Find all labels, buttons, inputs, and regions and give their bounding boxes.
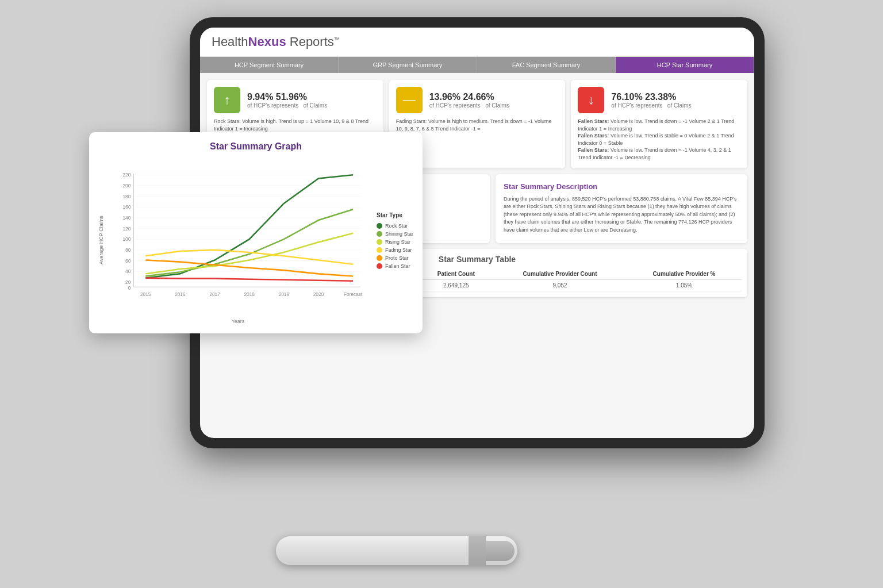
fadingstar-label: of HCP's represents of Claims (429, 102, 559, 109)
legend-label-fallenstar: Fallen Star (385, 263, 410, 269)
fadingstar-numbers: 13.96% 24.66% of HCP's represents of Cla… (429, 92, 559, 109)
svg-text:2017: 2017 (209, 291, 220, 297)
stat-card-fallenstar: ↓ 76.10% 23.38% of HCP's represents of C… (571, 80, 747, 168)
legend-dot-fadingstar (377, 247, 382, 253)
legend-dot-rockstar (377, 223, 382, 229)
fallenstar-desc: Fallen Stars: Volume is low. Trend is do… (578, 118, 740, 162)
svg-text:2018: 2018 (244, 291, 255, 297)
legend-item-fadingstar: Fading Star (377, 247, 413, 253)
fallenstar-pct1: 76.10% 23.38% (611, 92, 676, 102)
svg-text:80: 80 (125, 247, 131, 253)
legend-label-risingstar: Rising Star (385, 239, 410, 245)
tab-hcp-star[interactable]: HCP Star Summary (616, 57, 754, 73)
svg-text:Forecast: Forecast (344, 291, 363, 297)
svg-text:160: 160 (122, 204, 130, 210)
cell-patient-count: 2,649,125 (419, 279, 493, 291)
desc-title: Star Summary Description (504, 182, 739, 191)
svg-text:140: 140 (122, 215, 130, 221)
pen-tip (486, 541, 515, 561)
legend-item-shiningstar: Shining Star (377, 231, 413, 237)
col-patient-count: Patient Count (419, 268, 493, 280)
legend-label-shiningstar: Shining Star (385, 231, 413, 237)
svg-text:20: 20 (125, 279, 131, 285)
legend-item-risingstar: Rising Star (377, 239, 413, 245)
legend-label-protostar: Proto Star (385, 255, 409, 261)
fallenstar-numbers: 76.10% 23.38% of HCP's represents of Cla… (611, 92, 740, 109)
col-cumulative-pct: Cumulative Provider % (627, 268, 742, 280)
fadingstar-pct1: 13.96% 24.66% (429, 92, 494, 102)
graph-card: Star Summary Graph Average HCP Claims 22… (89, 132, 423, 333)
graph-x-label: Years (110, 316, 366, 324)
rockstar-label: of HCP's represents of Claims (247, 102, 377, 109)
legend-dot-fallenstar (377, 263, 382, 269)
graph-legend: Star Type Rock Star Shining Star Rising … (372, 156, 413, 324)
svg-text:120: 120 (122, 226, 130, 232)
pen-grip (469, 536, 486, 565)
rockstar-numbers: 9.94% 51.96% of HCP's represents of Clai… (247, 92, 377, 109)
fadingstar-icon: — (396, 87, 423, 113)
fadingstar-desc: Fading Stars: Volume is high to medium. … (396, 118, 559, 132)
tab-hcp-segment[interactable]: HCP Segment Summary (200, 57, 339, 73)
rockstar-pct1: 9.94% 51.96% (247, 92, 307, 102)
svg-text:180: 180 (122, 194, 130, 199)
svg-text:2016: 2016 (175, 291, 186, 297)
col-cumulative-provider: Cumulative Provider Count (493, 268, 627, 280)
graph-y-label: Average HCP Claims (98, 156, 104, 324)
legend-label-fadingstar: Fading Star (385, 247, 412, 253)
svg-text:100: 100 (122, 236, 130, 242)
legend-dot-protostar (377, 255, 382, 261)
app-header: HealthNexus Reports™ (200, 28, 754, 57)
legend-dot-shiningstar (377, 231, 382, 237)
rockstar-icon: ↑ (214, 87, 240, 113)
legend-item-fallenstar: Fallen Star (377, 263, 413, 269)
cell-cumulative-provider: 9,052 (493, 279, 627, 291)
desc-text: During the period of analysis, 859,520 H… (504, 195, 739, 235)
description-card: Star Summary Description During the peri… (496, 174, 747, 243)
legend-item-protostar: Proto Star (377, 255, 413, 261)
graph-area: Average HCP Claims 220 200 180 (98, 156, 413, 324)
brand-tm: ™ (334, 36, 340, 43)
chart-svg: 220 200 180 160 140 120 100 (110, 156, 366, 316)
fallenstar-label: of HCP's represents of Claims (611, 102, 740, 109)
cell-cumulative-pct: 1.05% (627, 279, 742, 291)
scene: HealthNexus Reports™ HCP Segment Summary… (0, 0, 883, 588)
legend-item-rockstar: Rock Star (377, 223, 413, 229)
graph-content: 220 200 180 160 140 120 100 (110, 156, 366, 324)
tab-fac-segment[interactable]: FAC Segment Summary (477, 57, 616, 73)
tab-grp-segment[interactable]: GRP Segment Summary (339, 57, 477, 73)
stylus-pen (276, 536, 517, 565)
graph-title: Star Summary Graph (98, 141, 413, 152)
svg-text:2019: 2019 (279, 291, 290, 297)
legend-dot-risingstar (377, 239, 382, 245)
fallenstar-icon: ↓ (578, 87, 604, 113)
svg-text:40: 40 (125, 268, 131, 274)
brand-nexus: Nexus (248, 34, 286, 49)
brand-reports: Reports (286, 34, 334, 49)
rockstar-desc: Rock Stars: Volume is high. Trend is up … (214, 118, 377, 132)
legend-label-rockstar: Rock Star (385, 223, 408, 229)
graph-svg: 220 200 180 160 140 120 100 (110, 156, 366, 316)
svg-text:2015: 2015 (140, 291, 151, 297)
svg-text:2020: 2020 (313, 291, 324, 297)
legend-title: Star Type (377, 212, 413, 218)
brand-health: Health (212, 34, 248, 49)
nav-tabs: HCP Segment Summary GRP Segment Summary … (200, 57, 754, 73)
svg-text:60: 60 (125, 258, 131, 264)
svg-text:220: 220 (122, 172, 130, 178)
svg-text:0: 0 (128, 285, 131, 291)
svg-text:200: 200 (122, 183, 130, 189)
